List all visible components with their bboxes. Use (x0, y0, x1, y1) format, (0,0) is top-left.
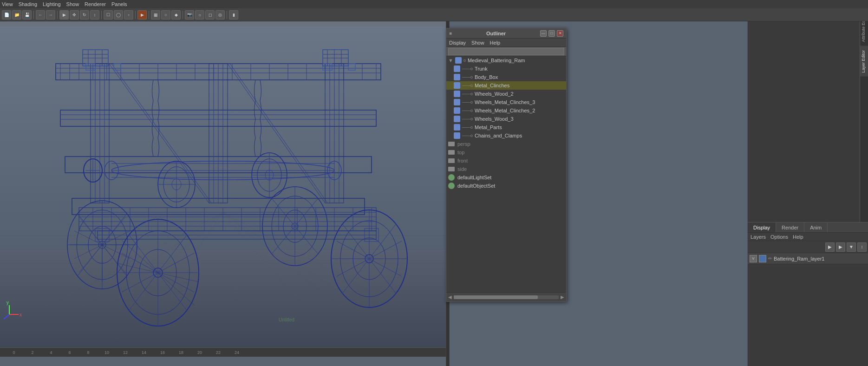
connector-wheels-wood-2: ——o (462, 92, 473, 96)
layers-menu-help[interactable]: Help (793, 234, 803, 240)
outliner-item-defaultlightset[interactable]: defaultLightSet (446, 173, 566, 182)
snap-btn[interactable]: ○ (161, 10, 170, 20)
timeline-bar: 0 2 4 6 8 10 12 14 16 18 20 22 24 (0, 347, 446, 357)
outliner-item-trunk[interactable]: ——o Trunk (446, 65, 566, 73)
outliner-icon: ■ (449, 31, 452, 36)
open-file-btn[interactable]: 📁 (12, 10, 21, 20)
layer-create-btn[interactable]: ▶ (825, 242, 835, 252)
mesh-icon-body-box (454, 74, 460, 80)
outliner-item-persp[interactable]: persp (446, 140, 566, 148)
layer-item-battering-ram[interactable]: V ✏ Battering_Ram_layer1 (748, 253, 868, 264)
select-tool-btn[interactable]: ▶ (59, 10, 69, 20)
outliner-item-side[interactable]: side (446, 165, 566, 173)
separator-2 (57, 11, 58, 19)
poly2-btn[interactable]: ◻ (205, 10, 215, 20)
redo-btn[interactable]: → (46, 10, 55, 20)
outliner-titlebar: ■ Outliner — □ ✕ (446, 28, 566, 39)
main-viewport[interactable]: x y Untitled 0 2 4 6 8 10 12 14 16 18 20… (0, 21, 446, 357)
camera-icon-persp (448, 142, 455, 146)
outliner-item-metal-clinches[interactable]: ——o Metal_Clinches (446, 81, 566, 90)
svg-rect-1 (0, 249, 446, 352)
undo-btn[interactable]: ← (36, 10, 45, 20)
grid-btn[interactable]: ▦ (151, 10, 160, 20)
outliner-item-defaultobjectset[interactable]: defaultObjectSet (446, 182, 566, 190)
outliner-item-chains[interactable]: ——o Chains_and_Clamps (446, 131, 566, 140)
outliner-item-battering-ram[interactable]: ▼ o Medieval_Battering_Ram (446, 56, 566, 65)
outliner-item-wheels-metal-2[interactable]: ——o Wheels_Metal_Clinches_2 (446, 106, 566, 115)
mesh-icon-wheels-wood-3 (454, 116, 460, 122)
separator-7 (227, 11, 227, 19)
layers-menu-layers[interactable]: Layers (751, 234, 766, 240)
snap2-btn[interactable]: ◆ (171, 10, 181, 20)
item-label-wheels-metal-3: Wheels_Metal_Clinches_3 (475, 99, 535, 105)
texture-btn[interactable]: ▫ (124, 10, 133, 20)
wireframe-display: x y Untitled (0, 21, 446, 357)
outliner-item-wheels-wood-3[interactable]: ——o Wheels_Wood_3 (446, 115, 566, 123)
timeline-num-20: 20 (190, 350, 209, 355)
mesh-icon-wheels-metal-3 (454, 99, 460, 105)
mesh-icon-metal-clinches (454, 82, 460, 89)
menu-shading[interactable]: Shading (19, 1, 37, 7)
smooth-btn[interactable]: ◯ (114, 10, 123, 20)
outliner-menu-show[interactable]: Show (471, 40, 484, 46)
camera-icon-front (448, 158, 455, 163)
separator-5 (149, 11, 149, 19)
set-icon-lightset (448, 174, 455, 181)
move-tool-btn[interactable]: ✜ (70, 10, 79, 20)
outliner-item-metal-parts[interactable]: ——o Metal_Parts (446, 123, 566, 131)
layer-list: V ✏ Battering_Ram_layer1 (748, 253, 868, 264)
outliner-scroll-right[interactable]: ▶ (561, 294, 564, 300)
wireframe-btn[interactable]: ☐ (104, 10, 113, 20)
outliner-scroll-left[interactable]: ◀ (448, 294, 452, 300)
layer-settings-btn[interactable]: ▼ (847, 242, 856, 252)
menu-show[interactable]: Show (66, 1, 79, 7)
outliner-item-body-box[interactable]: ——o Body_Box (446, 73, 566, 81)
layer-tab-display[interactable]: Display (748, 222, 776, 232)
outliner-search-input[interactable] (448, 48, 564, 55)
menu-view[interactable]: View (2, 1, 13, 7)
light-btn[interactable]: ☼ (195, 10, 204, 20)
new-file-btn[interactable]: 📄 (2, 10, 11, 20)
mesh-icon-wheels-metal-2 (454, 107, 460, 114)
timeline-num-8: 8 (79, 350, 98, 355)
layer-visibility-btn[interactable]: V (750, 255, 757, 262)
channels-content (748, 17, 868, 217)
item-label-persp: persp (457, 141, 470, 147)
outliner-item-front[interactable]: front (446, 157, 566, 165)
outliner-maximize-btn[interactable]: □ (548, 30, 555, 37)
timeline-num-2: 2 (23, 350, 42, 355)
render-btn[interactable]: ▶ (137, 10, 147, 20)
item-label-wheels-metal-2: Wheels_Metal_Clinches_2 (475, 108, 535, 113)
vtab-layer-editor[interactable]: Layer Editor (860, 46, 868, 77)
svg-text:y: y (7, 300, 9, 305)
layout-btn[interactable]: ▮ (229, 10, 238, 20)
layer-tab-anim[interactable]: Anim (804, 222, 828, 232)
layer-editor-menubar: Layers Options Help (748, 233, 868, 241)
outliner-menu-help[interactable]: Help (490, 40, 501, 46)
mesh-icon-battering-ram (455, 57, 462, 64)
layer-tab-render[interactable]: Render (776, 222, 804, 232)
camera-btn[interactable]: 📷 (185, 10, 194, 20)
rotate-tool-btn[interactable]: ↻ (80, 10, 89, 20)
scale-tool-btn[interactable]: ↕ (90, 10, 99, 20)
menu-panels[interactable]: Panels (111, 1, 127, 7)
outliner-close-btn[interactable]: ✕ (557, 30, 563, 37)
mesh-icon-metal-parts (454, 124, 460, 131)
separator-6 (183, 11, 183, 19)
layer-delete-btn[interactable]: ▶ (836, 242, 845, 252)
item-label-body-box: Body_Box (475, 74, 498, 80)
layer-sort-btn[interactable]: ↕ (857, 242, 867, 252)
outliner-scrollbar-track[interactable] (454, 295, 559, 299)
layers-menu-options[interactable]: Options (770, 234, 788, 240)
outliner-item-wheels-wood-2[interactable]: ——o Wheels_Wood_2 (446, 90, 566, 98)
menu-lighting[interactable]: Lighting (43, 1, 61, 7)
outliner-minimize-btn[interactable]: — (540, 30, 547, 37)
outliner-menu-display[interactable]: Display (449, 40, 466, 46)
outliner-item-top[interactable]: top (446, 148, 566, 157)
nurbs-btn[interactable]: ◎ (215, 10, 225, 20)
connector-metal-clinches: ——o (462, 83, 473, 88)
menu-renderer[interactable]: Renderer (85, 1, 106, 7)
timeline-num-12: 12 (116, 350, 135, 355)
save-file-btn[interactable]: 💾 (22, 10, 32, 20)
outliner-item-wheels-metal-3[interactable]: ——o Wheels_Metal_Clinches_3 (446, 98, 566, 106)
